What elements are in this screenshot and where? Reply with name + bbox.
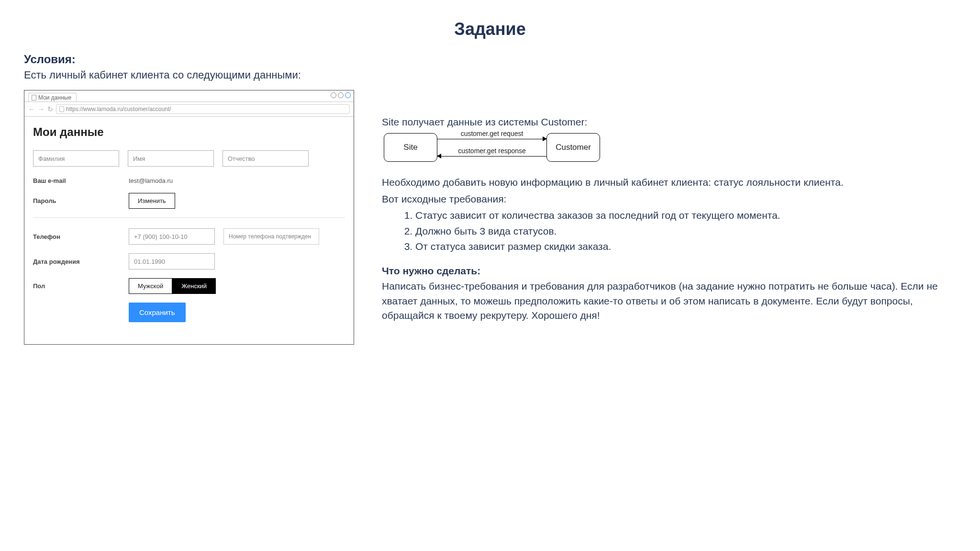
- patronymic-input[interactable]: Отчество: [223, 150, 309, 167]
- lastname-input[interactable]: Фамилия: [33, 150, 119, 167]
- page-title: Задание: [24, 19, 956, 39]
- page-icon: [32, 95, 36, 101]
- change-password-button[interactable]: Изменить: [129, 193, 175, 209]
- account-form: Мои данные Фамилия Имя Отчество Ваш e-ma…: [24, 117, 354, 344]
- requirement-item: Должно быть 3 вида статусов.: [415, 224, 956, 238]
- conditions-heading: Условия:: [24, 53, 956, 66]
- url-text: https://www.lamoda.ru/customer/account/: [66, 106, 171, 112]
- form-title: Мои данные: [33, 125, 345, 139]
- back-icon[interactable]: ←: [28, 105, 35, 113]
- firstname-input[interactable]: Имя: [128, 150, 214, 167]
- requirements-list: Статус зависит от количества заказов за …: [382, 208, 956, 254]
- phone-input[interactable]: +7 (900) 100-10-10: [129, 228, 215, 245]
- conditions-sub: Есть личный кабинет клиента со следующим…: [24, 69, 956, 81]
- arrow-right-icon: [437, 139, 546, 140]
- email-label: Ваш e-mail: [33, 177, 129, 184]
- gender-male-button[interactable]: Мужской: [129, 278, 172, 294]
- system-diagram: Site customer.get request customer.get r…: [384, 133, 956, 162]
- browser-addressbar: ← → ↻ https://www.lamoda.ru/customer/acc…: [24, 102, 354, 117]
- diagram-response-label: customer.get response: [437, 146, 546, 156]
- gender-label: Пол: [33, 282, 129, 290]
- diagram-site-box: Site: [384, 133, 437, 162]
- task-req-intro: Вот исходные требования:: [382, 192, 956, 206]
- phone-label: Телефон: [33, 233, 129, 240]
- window-control-dot[interactable]: [345, 92, 351, 98]
- diagram-customer-box: Customer: [546, 133, 600, 162]
- todo-body: Написать бизнес-требования и требования …: [382, 279, 956, 323]
- divider: [33, 217, 345, 218]
- diagram-request-label: customer.get request: [437, 129, 546, 138]
- arrow-left-icon: [437, 156, 546, 157]
- dob-label: Дата рождения: [33, 258, 129, 265]
- requirement-item: От статуса зависит размер скидки заказа.: [415, 239, 956, 254]
- browser-mock: Мои данные ← → ↻ https://www.lamoda.ru/c…: [24, 90, 354, 345]
- gender-toggle: Мужской Женский: [129, 278, 216, 294]
- save-button[interactable]: Сохранить: [129, 303, 186, 322]
- gender-female-button[interactable]: Женский: [172, 278, 216, 294]
- todo-heading: Что нужно сделать:: [382, 264, 956, 278]
- requirement-item: Статус зависит от количества заказов за …: [415, 208, 956, 223]
- url-field[interactable]: https://www.lamoda.ru/customer/account/: [56, 104, 350, 114]
- diagram-caption: Site получает данные из системы Customer…: [382, 115, 956, 129]
- reload-icon[interactable]: ↻: [47, 105, 53, 113]
- phone-status: Номер телефона подтвержден: [223, 228, 319, 245]
- browser-tabbar: Мои данные: [24, 90, 354, 102]
- browser-tab-label: Мои данные: [38, 94, 71, 101]
- task-need-add: Необходимо добавить новую информацию в л…: [382, 175, 956, 190]
- window-control-dot[interactable]: [338, 92, 344, 98]
- password-label: Пароль: [33, 197, 129, 204]
- forward-icon[interactable]: →: [38, 105, 45, 113]
- email-value: test@lamoda.ru: [129, 177, 173, 184]
- window-control-dot[interactable]: [331, 92, 336, 98]
- page-icon: [59, 106, 64, 112]
- window-controls: [331, 92, 351, 98]
- dob-input[interactable]: 01.01.1990: [129, 253, 215, 270]
- browser-tab[interactable]: Мои данные: [28, 93, 77, 101]
